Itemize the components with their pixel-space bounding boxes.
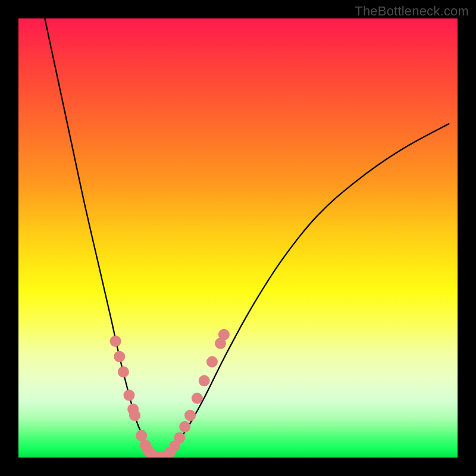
chart-data-point — [206, 356, 218, 368]
chart-data-point — [123, 390, 134, 401]
chart-data-point — [179, 421, 190, 433]
chart-data-point — [136, 430, 147, 441]
chart-data-point — [118, 367, 129, 378]
chart-data-point — [184, 410, 196, 421]
watermark-text: TheBottleneck.com — [355, 4, 469, 19]
chart-plot-area — [18, 18, 458, 458]
chart-data-point — [110, 336, 121, 347]
chart-data-point — [199, 375, 210, 386]
chart-curve — [159, 124, 449, 458]
chart-data-point — [174, 432, 185, 443]
chart-data-point — [218, 329, 230, 340]
chart-curve — [45, 18, 159, 458]
chart-data-point — [192, 393, 203, 404]
chart-data-point — [129, 410, 140, 421]
chart-series-layer — [45, 18, 449, 458]
chart-data-point — [114, 351, 125, 362]
chart-svg — [18, 18, 458, 458]
